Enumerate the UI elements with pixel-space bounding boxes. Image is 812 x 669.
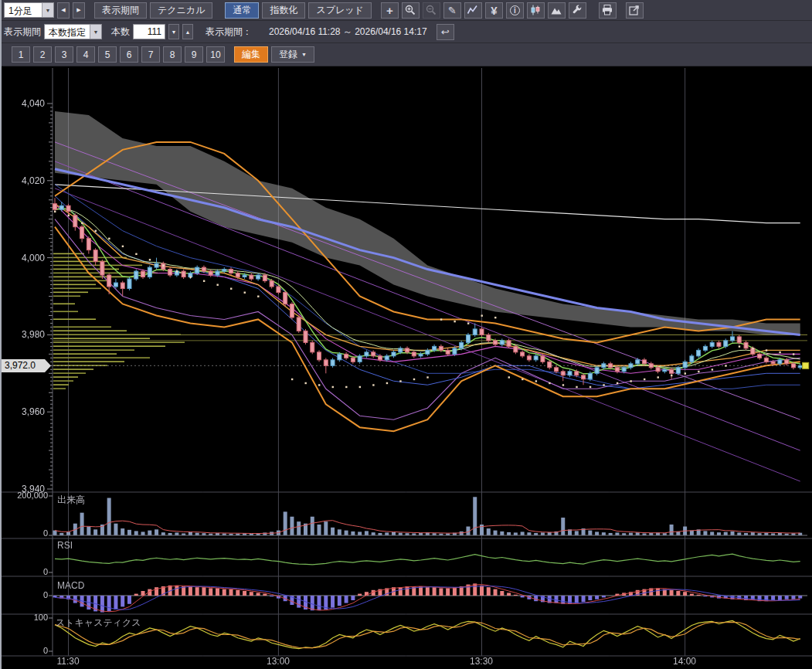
yen-icon: ¥ <box>491 4 497 17</box>
undo-icon: ↩ <box>441 26 450 38</box>
preset-9-button[interactable]: 9 <box>185 46 203 63</box>
register-button[interactable]: 登録 ▼ <box>271 46 314 63</box>
x-axis-tick: 14:00 <box>668 656 702 667</box>
export-button[interactable] <box>626 2 644 19</box>
chart-area: 4,040 4,020 4,000 3,980 3,960 3,940 3,97… <box>0 66 812 669</box>
normal-mode-button[interactable]: 通常 <box>225 2 259 19</box>
preset-1-button[interactable]: 1 <box>12 46 30 63</box>
spread-mode-button[interactable]: スプレッド <box>308 2 371 19</box>
count-input[interactable]: 111 <box>133 24 165 39</box>
range-label: 表示期間： <box>206 25 252 39</box>
export-icon <box>628 4 640 16</box>
rsi-min-tick: 0 <box>0 567 48 576</box>
reset-range-button[interactable]: ↩ <box>437 24 454 40</box>
x-axis-tick: 13:30 <box>464 656 498 667</box>
price-chart-canvas[interactable] <box>0 66 812 669</box>
preset-5-button[interactable]: 5 <box>98 46 117 63</box>
zoom-out-button[interactable] <box>423 2 440 19</box>
wrench-icon <box>571 4 583 16</box>
period-label: 表示期間 <box>4 25 41 39</box>
technical-button[interactable]: テクニカル <box>150 2 212 19</box>
y-axis-tick: 4,040 <box>0 98 45 109</box>
count-mode-select[interactable]: 本数指定 ▼ <box>44 24 102 39</box>
y-axis-tick: 4,000 <box>0 253 45 263</box>
display-period-button[interactable]: 表示期間 <box>94 2 147 19</box>
yen-button[interactable]: ¥ <box>485 2 503 19</box>
chevron-down-icon[interactable]: ▼ <box>90 25 101 39</box>
range-value: 2026/04/16 11:28 ～ 2026/04/16 14:17 <box>269 25 427 39</box>
next-button[interactable]: ▶ <box>73 2 85 19</box>
window-edge <box>0 0 2 669</box>
preset-4-button[interactable]: 4 <box>76 46 95 63</box>
volume-max-tick: 200,000 <box>0 491 48 500</box>
count-label: 本数 <box>111 25 130 39</box>
toolbar-period: 表示期間 本数指定 ▼ 本数 111 ▼ ▲ 表示期間： 2026/04/16 … <box>0 21 812 43</box>
x-axis-tick: 13:00 <box>261 656 295 667</box>
mountain-icon <box>550 4 562 16</box>
draw-button[interactable]: ✎ <box>443 2 461 19</box>
y-axis-tick: 3,960 <box>0 406 45 417</box>
chevron-down-icon: ▼ <box>301 52 307 57</box>
hilo-candles-icon <box>529 4 542 16</box>
index-mode-button[interactable]: 指数化 <box>262 2 305 19</box>
preset-3-button[interactable]: 3 <box>55 46 73 63</box>
chevron-down-icon[interactable]: ▼ <box>42 3 53 17</box>
pencil-icon: ✎ <box>448 5 457 16</box>
preset-10-button[interactable]: 10 <box>206 46 225 63</box>
y-axis-tick: 4,020 <box>0 175 45 186</box>
crosshair-button[interactable]: + <box>381 2 399 19</box>
register-label: 登録 <box>279 48 297 61</box>
toolbar-presets: 1 2 3 4 5 6 7 8 9 10 編集 登録 ▼ <box>0 43 812 66</box>
stoch-min-tick: 0 <box>0 646 48 655</box>
info-icon: i <box>510 5 520 15</box>
count-down-button[interactable]: ▼ <box>168 24 179 39</box>
interval-value: 1分足 <box>5 3 42 17</box>
hilo-button[interactable] <box>527 2 545 19</box>
macd-panel-label: MACD <box>57 580 84 591</box>
preset-2-button[interactable]: 2 <box>33 46 52 63</box>
settings-button[interactable] <box>569 2 586 19</box>
count-up-button[interactable]: ▲ <box>182 24 193 39</box>
stoch-max-tick: 100 <box>0 613 48 622</box>
volume-min-tick: 0 <box>0 528 48 538</box>
line-chart-button[interactable] <box>464 2 482 19</box>
crosshair-icon: + <box>386 4 393 17</box>
count-mode-value: 本数指定 <box>45 25 90 39</box>
prev-button[interactable]: ◀ <box>57 2 70 19</box>
current-price-tag: 3,972.0 <box>0 359 51 372</box>
toolbar-main: 1分足 ▼ ◀ ▶ 表示期間 テクニカル 通常 指数化 スプレッド + ✎ ¥ … <box>0 0 812 21</box>
edit-button[interactable]: 編集 <box>234 46 268 63</box>
interval-select[interactable]: 1分足 ▼ <box>4 2 54 18</box>
zoom-in-button[interactable] <box>402 2 420 19</box>
x-axis-tick: 11:30 <box>51 656 85 667</box>
macd-zero-tick: 0 <box>0 590 48 599</box>
line-chart-icon <box>467 4 479 16</box>
print-button[interactable] <box>599 2 617 19</box>
zoom-out-icon <box>425 4 437 16</box>
info-button[interactable]: i <box>506 2 524 19</box>
rsi-panel-label: RSI <box>57 540 73 551</box>
preset-7-button[interactable]: 7 <box>141 46 160 63</box>
preset-8-button[interactable]: 8 <box>163 46 182 63</box>
mountain-chart-button[interactable] <box>548 2 566 19</box>
preset-6-button[interactable]: 6 <box>120 46 138 63</box>
y-axis-tick: 3,980 <box>0 329 45 340</box>
volume-panel-label: 出来高 <box>57 494 85 507</box>
stoch-panel-label: ストキャスティクス <box>56 616 141 630</box>
zoom-in-icon <box>404 4 416 16</box>
printer-icon <box>601 4 613 16</box>
